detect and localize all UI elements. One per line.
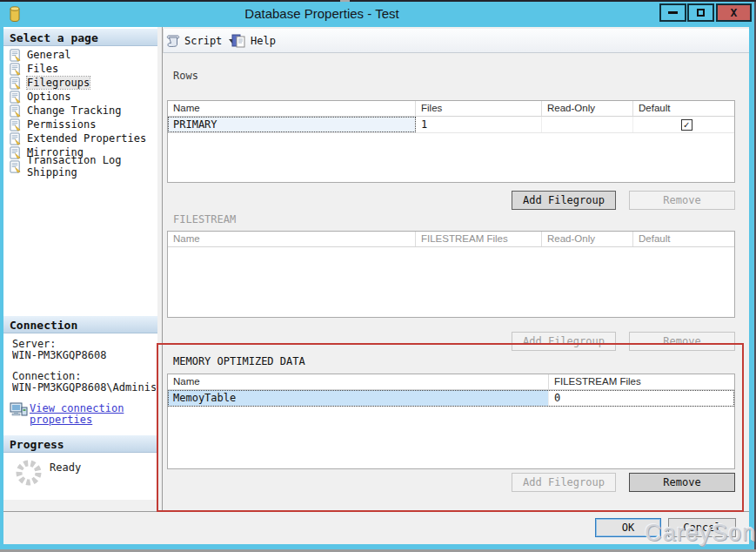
computer-icon bbox=[10, 402, 28, 418]
cancel-button[interactable]: Cancel bbox=[668, 518, 736, 537]
screen: Database Properties - Test X Select a pa… bbox=[0, 0, 756, 552]
filegroup-name-cell[interactable]: MemoyTable bbox=[168, 390, 549, 406]
script-button[interactable]: Script bbox=[165, 33, 236, 49]
default-checkbox-checked[interactable]: ✓ bbox=[681, 119, 692, 131]
column-header[interactable]: FILESTREAM Files bbox=[416, 232, 542, 246]
connection-label: Connection: bbox=[12, 370, 156, 382]
close-button[interactable]: X bbox=[716, 3, 752, 22]
filestream-section-label: FILESTREAM bbox=[173, 213, 236, 226]
progress-header: Progress bbox=[3, 435, 157, 453]
help-book-icon bbox=[231, 34, 246, 48]
page-script-icon bbox=[9, 146, 22, 159]
memory-add-filegroup-button[interactable]: Add Filegroup bbox=[512, 473, 616, 492]
sidebar-item-label: General bbox=[27, 49, 71, 61]
view-connection-properties-link[interactable]: View connection properties bbox=[30, 403, 132, 426]
maximize-icon bbox=[697, 9, 705, 17]
memory-table-header: Name FILESTREAM Files bbox=[168, 374, 734, 390]
memory-optimized-table[interactable]: Name FILESTREAM Files MemoyTable 0 bbox=[167, 374, 735, 469]
minimize-icon bbox=[668, 11, 678, 14]
sidebar-item-transaction-log-shipping[interactable]: Transaction Log Shipping bbox=[5, 159, 155, 173]
sidebar-item-filegroups[interactable]: Filegroups bbox=[5, 76, 155, 90]
sidebar-item-extended-properties[interactable]: Extended Properties bbox=[5, 131, 155, 145]
table-row-memoytable[interactable]: MemoyTable 0 bbox=[168, 390, 734, 407]
column-header[interactable]: Default bbox=[633, 101, 734, 116]
sidebar-item-label: Transaction Log Shipping bbox=[27, 154, 155, 178]
files-count-cell[interactable]: 1 bbox=[416, 117, 542, 132]
page-script-icon bbox=[9, 63, 22, 76]
filestream-table[interactable]: Name FILESTREAM Files Read-Only Default bbox=[167, 231, 735, 318]
sidebar-item-label: Options bbox=[27, 91, 71, 103]
column-header[interactable]: Files bbox=[416, 101, 542, 116]
sidebar-item-label: Change Tracking bbox=[27, 104, 121, 117]
memory-remove-button[interactable]: Remove bbox=[629, 473, 735, 492]
column-header[interactable]: Name bbox=[168, 374, 549, 389]
ok-button[interactable]: OK bbox=[595, 518, 661, 537]
filestream-files-cell[interactable]: 0 bbox=[549, 390, 734, 406]
memory-optimized-section-label: MEMORY OPTIMIZED DATA bbox=[173, 355, 305, 367]
column-header[interactable]: Default bbox=[633, 232, 734, 246]
script-scroll-icon bbox=[165, 34, 180, 48]
page-script-icon bbox=[9, 104, 22, 118]
column-header[interactable]: Name bbox=[168, 232, 416, 246]
spinner-icon bbox=[14, 458, 43, 488]
filestream-remove-button[interactable]: Remove bbox=[629, 332, 735, 351]
window-title: Database Properties - Test bbox=[0, 6, 644, 21]
page-script-icon bbox=[9, 118, 22, 131]
script-label: Script bbox=[184, 35, 222, 47]
help-label: Help bbox=[251, 35, 276, 47]
rows-table[interactable]: Name Files Read-Only Default PRIMARY 1 ✓ bbox=[167, 100, 735, 183]
column-header[interactable]: FILESTREAM Files bbox=[549, 374, 734, 389]
rows-section-label: Rows bbox=[173, 70, 198, 82]
progress-status: Ready bbox=[50, 461, 81, 474]
column-header[interactable]: Read-Only bbox=[542, 101, 633, 116]
sidebar-item-files[interactable]: Files bbox=[5, 62, 155, 76]
rows-remove-button[interactable]: Remove bbox=[629, 191, 735, 210]
close-icon: X bbox=[731, 6, 738, 19]
titlebar[interactable]: Database Properties - Test X bbox=[0, 2, 754, 25]
column-header[interactable]: Name bbox=[168, 101, 416, 116]
sidebar-item-general[interactable]: General bbox=[5, 48, 155, 62]
column-header[interactable]: Read-Only bbox=[542, 232, 633, 246]
rows-table-header: Name Files Read-Only Default bbox=[168, 101, 734, 117]
server-value: WIN-PM3KGQP8608 bbox=[12, 349, 156, 361]
server-label: Server: bbox=[12, 338, 156, 350]
page-script-icon bbox=[9, 77, 22, 90]
page-script-icon bbox=[9, 49, 22, 62]
sidebar-item-change-tracking[interactable]: Change Tracking bbox=[5, 104, 155, 118]
sidebar-item-label: Extended Properties bbox=[27, 132, 146, 145]
connection-value: WIN-PM3KGQP8608\Administrat bbox=[12, 381, 156, 394]
sidebar-item-label: Permissions bbox=[27, 118, 96, 131]
help-button[interactable]: Help bbox=[231, 33, 276, 49]
default-cell[interactable]: ✓ bbox=[633, 117, 734, 132]
sidebar-item-label: Files bbox=[27, 63, 58, 75]
sidebar-separator bbox=[162, 27, 163, 511]
table-row-primary[interactable]: PRIMARY 1 ✓ bbox=[168, 117, 734, 133]
filestream-add-filegroup-button[interactable]: Add Filegroup bbox=[512, 332, 616, 351]
filegroup-name-cell[interactable]: PRIMARY bbox=[168, 117, 416, 132]
page-script-icon bbox=[9, 132, 22, 145]
sidebar-item-label: Filegroups bbox=[27, 77, 90, 89]
minimize-button[interactable] bbox=[659, 3, 686, 22]
connection-header: Connection bbox=[3, 316, 157, 333]
page-script-icon bbox=[9, 160, 22, 173]
filestream-table-header: Name FILESTREAM Files Read-Only Default bbox=[168, 232, 734, 247]
rows-add-filegroup-button[interactable]: Add Filegroup bbox=[512, 191, 616, 210]
sidebar-item-permissions[interactable]: Permissions bbox=[5, 118, 155, 131]
read-only-cell[interactable] bbox=[542, 117, 633, 132]
page-script-icon bbox=[9, 91, 22, 104]
sidebar-item-options[interactable]: Options bbox=[5, 90, 155, 104]
maximize-button[interactable] bbox=[687, 3, 714, 22]
select-a-page-header: Select a page bbox=[3, 29, 157, 46]
